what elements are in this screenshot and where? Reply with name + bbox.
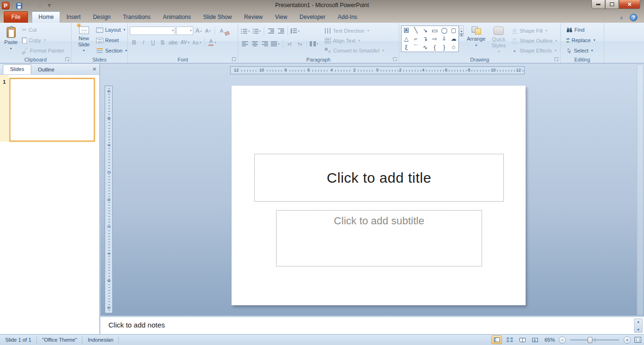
align-center-button[interactable]	[250, 39, 259, 48]
font-name-combobox[interactable]	[130, 27, 175, 35]
strikethrough-button[interactable]: abc	[168, 38, 179, 47]
clipboard-dialog-launcher[interactable]	[65, 57, 70, 62]
help-icon[interactable]: ?	[630, 14, 637, 21]
close-button[interactable]: ✕	[619, 0, 640, 9]
fit-to-window-button[interactable]	[635, 337, 641, 343]
slide-sorter-view-button[interactable]	[504, 336, 515, 344]
bullets-button[interactable]	[240, 27, 251, 35]
tab-review[interactable]: Review	[238, 12, 268, 23]
font-size-combobox[interactable]	[176, 27, 193, 35]
shape-right-brace-icon[interactable]: }	[439, 43, 449, 52]
arrange-button[interactable]: Arrange ▾	[465, 25, 488, 49]
left-to-right-button[interactable]: ▸¶	[285, 39, 295, 48]
notes-scroll-up-icon[interactable]: ▲	[637, 320, 640, 323]
tab-insert[interactable]: Insert	[60, 12, 87, 23]
clear-formatting-button[interactable]: A	[217, 26, 226, 35]
tab-developer[interactable]: Developer	[294, 12, 332, 23]
close-panel-icon[interactable]: ✕	[92, 66, 97, 72]
gallery-scroll-up-icon[interactable]: ▲	[460, 26, 463, 30]
shape-fill-button[interactable]: ◇ Shape Fill	[510, 26, 559, 35]
layout-button[interactable]: Layout	[94, 25, 129, 35]
convert-to-smartart-button[interactable]: Convert to SmartArt	[323, 46, 386, 56]
slide-show-button[interactable]	[530, 336, 540, 344]
shape-outline-button[interactable]: □ Shape Outline	[510, 35, 559, 45]
minimize-button[interactable]	[591, 0, 605, 9]
line-spacing-button[interactable]	[290, 27, 301, 35]
select-button[interactable]: Select	[564, 46, 597, 56]
paragraph-dialog-launcher[interactable]	[393, 57, 397, 62]
paste-button[interactable]: Paste ▾	[2, 25, 20, 52]
notes-scroll-down-icon[interactable]: ▼	[637, 328, 640, 331]
language-indicator[interactable]: Indonesian	[82, 335, 118, 345]
shrink-font-button[interactable]: A	[204, 26, 212, 35]
notes-pane[interactable]: Click to add notes ▲ ▼	[100, 316, 644, 334]
notes-scrollbar[interactable]: ▲ ▼	[634, 318, 643, 333]
shape-cloud-icon[interactable]: ☁	[449, 35, 458, 43]
shape-elbow-arrow-connector-icon[interactable]: ↴	[420, 35, 430, 43]
italic-button[interactable]: I	[139, 38, 148, 47]
zoom-in-button[interactable]: +	[624, 336, 631, 344]
shape-right-arrow-icon[interactable]: ⇨	[430, 35, 439, 43]
tab-design[interactable]: Design	[87, 12, 116, 23]
reading-view-button[interactable]	[517, 336, 528, 344]
font-color-button[interactable]: A	[207, 38, 217, 47]
text-shadow-button[interactable]: S	[158, 38, 167, 47]
notes-placeholder[interactable]: Click to add notes	[100, 317, 644, 329]
shape-rectangle-icon[interactable]: ▭	[430, 26, 439, 35]
slide-indicator[interactable]: Slide 1 of 1	[0, 335, 36, 345]
tab-view[interactable]: View	[269, 12, 294, 23]
find-button[interactable]: Find	[564, 25, 597, 35]
shape-line-icon[interactable]: ╲	[411, 26, 420, 35]
font-dialog-launcher[interactable]	[232, 57, 236, 62]
align-left-button[interactable]	[240, 39, 250, 48]
quick-styles-button[interactable]: Quick Styles ▾	[488, 25, 510, 55]
tab-home[interactable]: Home	[32, 11, 60, 23]
title-placeholder[interactable]: Click to add title	[254, 154, 504, 202]
cut-button[interactable]: ✂ Cut	[20, 25, 66, 35]
reset-button[interactable]: Reset	[94, 35, 129, 45]
shape-arc-icon[interactable]: ⌒	[411, 43, 420, 52]
align-right-button[interactable]	[260, 39, 269, 48]
zoom-slider-thumb[interactable]	[588, 337, 592, 343]
shape-star-icon[interactable]: ☆	[449, 43, 458, 52]
subtitle-placeholder[interactable]: Click to add subtitle	[276, 210, 482, 266]
shape-oval-icon[interactable]: ◯	[439, 26, 449, 35]
shape-effects-button[interactable]: ● Shape Effects	[510, 46, 559, 56]
format-painter-button[interactable]: Format Painter	[20, 46, 66, 56]
grow-font-button[interactable]: A	[194, 26, 203, 35]
decrease-indent-button[interactable]	[266, 27, 276, 35]
restore-button[interactable]	[605, 0, 619, 9]
tab-outline[interactable]: Outline	[31, 65, 61, 74]
zoom-level[interactable]: 65%	[543, 337, 555, 343]
align-text-button[interactable]: Align Text	[323, 35, 386, 45]
shape-arrow-icon[interactable]: ↘	[420, 26, 430, 35]
zoom-out-button[interactable]: −	[559, 336, 566, 344]
tab-slideshow[interactable]: Slide Show	[197, 12, 238, 23]
increase-indent-button[interactable]	[276, 27, 286, 35]
character-spacing-button[interactable]: AV	[179, 38, 190, 47]
justify-button[interactable]	[270, 39, 281, 48]
underline-button[interactable]: U	[149, 38, 157, 47]
copy-button[interactable]: Copy	[20, 35, 66, 45]
tab-transitions[interactable]: Transitions	[117, 12, 157, 23]
section-button[interactable]: Section	[94, 46, 129, 56]
tab-file[interactable]: File	[4, 11, 28, 23]
new-slide-button[interactable]: New Slide ▾	[73, 25, 94, 54]
zoom-slider[interactable]	[570, 339, 619, 341]
shape-triangle-icon[interactable]: △	[402, 35, 411, 43]
replace-button[interactable]: Replace	[564, 35, 597, 45]
shape-elbow-connector-icon[interactable]: ⌐	[411, 35, 420, 43]
shape-scribble-icon[interactable]: ξ	[402, 43, 411, 52]
shape-curve-icon[interactable]: ∿	[420, 43, 430, 52]
normal-view-button[interactable]	[492, 336, 502, 344]
slide-canvas[interactable]: Click to add title Click to add subtitle	[232, 86, 526, 305]
gallery-scroll-down-icon[interactable]: ▼	[460, 30, 463, 34]
shape-left-brace-icon[interactable]: {	[430, 43, 439, 52]
shape-rounded-rectangle-icon[interactable]: ▢	[449, 26, 458, 35]
slide-vertical-scrollbar[interactable]	[637, 64, 644, 315]
theme-indicator[interactable]: "Office Theme"	[37, 335, 82, 345]
gallery-more-icon[interactable]: ▼	[460, 34, 463, 36]
tab-animations[interactable]: Animations	[157, 12, 197, 23]
slide-thumbnail[interactable]	[9, 78, 95, 142]
shape-textbox-icon[interactable]: A	[402, 26, 411, 35]
